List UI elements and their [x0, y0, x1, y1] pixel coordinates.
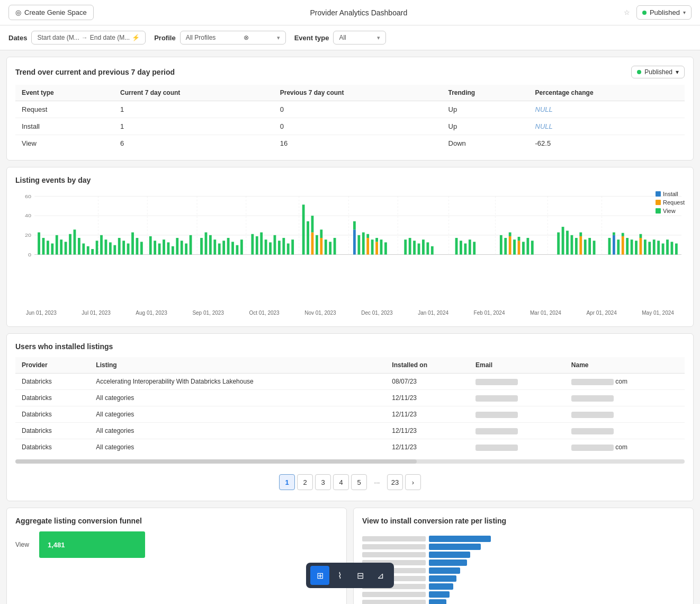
bar-label	[362, 600, 426, 604]
svg-rect-43	[200, 238, 203, 254]
svg-rect-56	[265, 239, 267, 254]
page-button-5[interactable]: 5	[351, 474, 367, 490]
profile-select[interactable]: All Profiles ⊗ ▾	[180, 31, 286, 45]
svg-rect-133	[671, 242, 674, 254]
svg-rect-42	[190, 235, 192, 255]
trend-table: Event type Current 7 day count Previous …	[15, 85, 685, 152]
svg-rect-44	[205, 233, 208, 255]
trend-published-label: Published	[644, 68, 672, 76]
svg-rect-128	[648, 242, 651, 254]
svg-rect-26	[113, 245, 116, 255]
bar-fill	[429, 591, 450, 598]
svg-rect-55	[260, 233, 263, 255]
users-table-row: Databricks All categories 12/11/23	[15, 406, 685, 423]
pct-change-cell: -62.5	[529, 135, 685, 152]
genie-icon: ◎	[15, 8, 21, 16]
filter-toolbar-btn[interactable]: ⊞	[310, 566, 329, 585]
x-axis-label: Aug 01, 2023	[136, 310, 167, 316]
name-cell	[565, 423, 685, 439]
published-status-badge[interactable]: Published ▾	[636, 5, 692, 20]
chart-legend: InstallRequestView	[656, 191, 685, 214]
svg-rect-121	[622, 233, 624, 236]
x-axis-label: Feb 01, 2024	[474, 310, 505, 316]
bottom-row: Aggregate listing conversion funnel View…	[6, 508, 694, 604]
status-dot	[642, 11, 647, 15]
svg-rect-69	[320, 229, 322, 238]
users-table: Provider Listing Installed on Email Name…	[15, 357, 685, 455]
svg-rect-112	[579, 233, 582, 236]
col-provider: Provider	[15, 357, 89, 374]
svg-rect-75	[357, 235, 360, 255]
svg-rect-93	[464, 244, 466, 255]
filter-bar: Dates Start date (M... → End date (M... …	[0, 25, 700, 50]
page-button-3[interactable]: 3	[315, 474, 331, 490]
svg-rect-68	[320, 238, 322, 254]
svg-rect-120	[622, 236, 624, 255]
users-table-wrapper[interactable]: Provider Listing Installed on Email Name…	[15, 357, 685, 455]
svg-rect-70	[325, 239, 327, 254]
trend-status-dot	[637, 70, 641, 74]
name-suffix: com	[615, 378, 627, 385]
dashboard-title: Provider Analytics Dashboard	[100, 8, 617, 17]
svg-rect-81	[375, 238, 378, 242]
col-pct-change: Percentage change	[529, 85, 685, 101]
svg-rect-113	[584, 239, 587, 254]
provider-cell: Databricks	[15, 390, 89, 406]
svg-rect-77	[366, 238, 369, 254]
svg-rect-37	[167, 242, 170, 254]
name-cell: com	[565, 374, 685, 390]
event-type-select[interactable]: All ▾	[333, 31, 386, 45]
x-axis-label: Jan 01, 2024	[418, 310, 448, 316]
funnel-toolbar-btn[interactable]: ⊿	[371, 566, 390, 585]
trending-cell: Up	[442, 101, 529, 118]
page-button-2[interactable]: 2	[297, 474, 313, 490]
star-icon[interactable]: ☆	[624, 8, 630, 16]
listing-cell: Accelerating Interoperability With Datab…	[89, 374, 385, 390]
profile-settings-icon: ⊗	[244, 34, 249, 41]
dates-input[interactable]: Start date (M... → End date (M... ⚡	[31, 31, 146, 45]
page-button-23[interactable]: 23	[387, 474, 403, 490]
svg-rect-35	[158, 244, 161, 255]
svg-rect-31	[136, 238, 139, 254]
current-count-cell: 1	[114, 118, 274, 135]
current-count-cell: 1	[114, 101, 274, 118]
svg-rect-83	[384, 242, 387, 254]
svg-rect-79	[371, 239, 374, 254]
svg-rect-58	[274, 235, 276, 255]
svg-rect-57	[269, 242, 272, 254]
funnel-value: 1,481	[48, 541, 65, 549]
svg-rect-109	[571, 235, 573, 255]
event-type-filter-group: Event type All ▾	[294, 31, 387, 45]
table-toolbar-btn[interactable]: ⊟	[351, 566, 370, 585]
svg-rect-59	[278, 241, 281, 254]
bar-fill	[429, 544, 481, 550]
page-button-1[interactable]: 1	[279, 474, 295, 490]
chart-area: InstallRequestView 60 40 20 0	[15, 191, 685, 318]
svg-rect-130	[657, 241, 660, 254]
pagination-next-button[interactable]: ›	[405, 474, 421, 490]
svg-rect-103	[522, 242, 525, 254]
trend-published-select[interactable]: Published ▾	[631, 66, 685, 78]
users-title: Users who installed listings	[15, 342, 685, 351]
svg-text:60: 60	[25, 193, 31, 199]
page-button-4[interactable]: 4	[333, 474, 349, 490]
chart-toolbar-btn[interactable]: ⌇	[330, 566, 349, 585]
svg-rect-40	[181, 241, 183, 254]
profile-label: Profile	[154, 34, 175, 42]
name-cell	[565, 406, 685, 423]
name-blurred	[571, 412, 614, 418]
installed-on-cell: 08/07/23	[385, 374, 469, 390]
svg-rect-124	[635, 241, 638, 254]
name-blurred	[571, 379, 614, 385]
funnel-bar: View 1,481	[15, 531, 338, 558]
svg-rect-10	[42, 238, 45, 254]
svg-rect-110	[575, 238, 578, 254]
create-genie-space-button[interactable]: ◎ Create Genie Space	[8, 5, 94, 20]
svg-rect-80	[375, 242, 378, 254]
pagination-dots: ···	[369, 474, 385, 490]
svg-rect-20	[87, 246, 89, 255]
horizontal-scrollbar[interactable]	[15, 459, 685, 464]
bar-label	[362, 544, 426, 549]
col-event-type: Event type	[15, 85, 114, 101]
svg-rect-117	[613, 235, 615, 255]
